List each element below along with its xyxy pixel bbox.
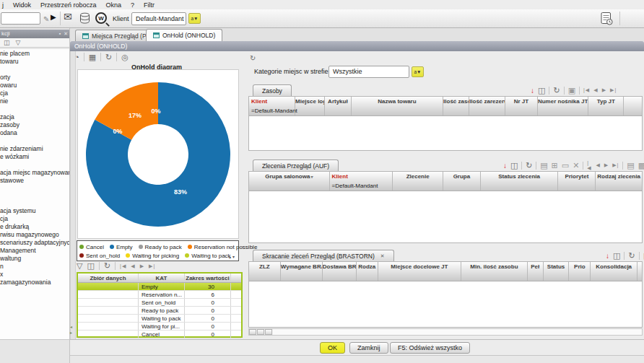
menu-item-okna[interactable]: Okna bbox=[106, 1, 122, 9]
column-header[interactable]: KAT bbox=[139, 274, 185, 282]
storno-list-icon[interactable]: ▤ bbox=[627, 162, 634, 170]
sidebar-item[interactable]: nie placem bbox=[0, 50, 69, 58]
database-icon[interactable] bbox=[79, 12, 90, 27]
nav-next-icon[interactable]: ▶ bbox=[602, 87, 606, 93]
column-header[interactable]: Status bbox=[544, 262, 569, 271]
column-header[interactable]: ZLZ bbox=[249, 262, 280, 271]
refresh-icon[interactable]: ↻ bbox=[104, 262, 110, 270]
sidebar-item[interactable]: zacja bbox=[0, 113, 69, 121]
table-row[interactable]: Ready to pack0 bbox=[78, 307, 241, 315]
table-view-icon[interactable]: ▦ bbox=[89, 53, 96, 61]
ok-button[interactable]: OK bbox=[320, 342, 345, 354]
menu-item-filtr[interactable]: Filtr bbox=[144, 1, 155, 9]
column-header[interactable]: Priorytet bbox=[558, 172, 595, 181]
scroll-button[interactable] bbox=[249, 329, 256, 335]
sidebar-item[interactable]: acja miejsc magazynowania bbox=[0, 169, 69, 177]
stop-icon[interactable]: ▣ bbox=[568, 87, 575, 95]
nav-last-icon[interactable]: ▶| bbox=[610, 87, 617, 93]
run-icon[interactable]: ▶ bbox=[51, 13, 56, 21]
table-row[interactable]: Reservation n...6 bbox=[78, 291, 241, 299]
sidebar-item[interactable]: e wózkami bbox=[0, 153, 69, 161]
sidebar-item[interactable]: scenariuszy adaptacyjnych bbox=[0, 239, 69, 247]
sidebar-item[interactable]: owaru bbox=[0, 82, 69, 89]
nav-next-icon[interactable]: ▶ bbox=[140, 263, 144, 269]
binoculars-icon[interactable]: ◫ bbox=[613, 252, 620, 260]
sidebar-item[interactable]: acja systemu bbox=[0, 207, 69, 215]
tab-onhold[interactable]: OnHold (ONHOLD) bbox=[146, 29, 222, 41]
scroll-button[interactable] bbox=[265, 329, 272, 335]
pin-icon[interactable]: ▪ bbox=[59, 30, 61, 38]
column-filter[interactable]: =Default-Mandant bbox=[249, 106, 295, 115]
report-clock-icon[interactable] bbox=[599, 12, 614, 29]
doc-list-icon[interactable]: ▤ bbox=[540, 162, 547, 170]
table-row[interactable]: Waiting to pack0 bbox=[78, 315, 241, 323]
klient-sort-button[interactable]: a▼ bbox=[188, 13, 201, 24]
sidebar-item[interactable]: cja bbox=[0, 215, 69, 223]
column-header[interactable]: Grupa salonowa▿ bbox=[249, 172, 329, 181]
nav-first-icon[interactable]: |◀ bbox=[587, 160, 592, 171]
scroll-button[interactable] bbox=[257, 329, 264, 335]
sidebar-item[interactable]: zamagazynowania bbox=[0, 279, 69, 287]
sidebar-item[interactable]: n bbox=[0, 263, 69, 271]
refresh-icon[interactable]: ↻ bbox=[250, 54, 256, 62]
doc-new-icon[interactable]: ⊞ bbox=[552, 162, 558, 170]
sidebar-item[interactable]: stawowe bbox=[0, 177, 69, 185]
brastorn-table-body[interactable] bbox=[249, 281, 642, 327]
column-header[interactable]: Grupa bbox=[443, 172, 480, 181]
column-header[interactable]: Zbiór danych bbox=[78, 274, 139, 282]
doc-flat-icon[interactable]: ▭ bbox=[562, 162, 569, 170]
column-header[interactable]: Ilość zasobu bbox=[443, 97, 469, 106]
column-header[interactable]: Nazwa towaru bbox=[352, 97, 443, 106]
column-header[interactable]: Nr JT bbox=[505, 97, 537, 106]
w-search-icon[interactable]: W bbox=[95, 12, 107, 24]
column-header[interactable]: Klient bbox=[330, 172, 393, 181]
onhold-filter-sort-button[interactable]: a▼ bbox=[412, 66, 424, 77]
lightbulb-icon[interactable]: ◎ bbox=[121, 53, 129, 61]
zasoby-table-body[interactable] bbox=[249, 116, 642, 150]
sidebar-item[interactable]: nie zdarzeniami bbox=[0, 145, 69, 153]
tab-brastorn[interactable]: Skracanie zleceń Przegląd (BRASTORN) ✕ bbox=[253, 250, 394, 261]
column-header[interactable]: Rodzaj zlecenia bbox=[596, 172, 642, 181]
binoculars-icon[interactable]: ◫ bbox=[538, 87, 545, 95]
column-header[interactable]: Klient bbox=[249, 97, 295, 106]
menu-item-przestrzen[interactable]: Przestrzeń robocza bbox=[40, 1, 97, 9]
mail-icon[interactable]: ✉ bbox=[64, 13, 72, 21]
column-header[interactable]: Ilość zarezerwc bbox=[469, 97, 505, 106]
sidebar-item[interactable]: orty bbox=[0, 74, 69, 82]
sidebar-item[interactable]: Management bbox=[0, 247, 69, 255]
column-header[interactable]: Zakres wartości bbox=[185, 274, 231, 282]
column-header[interactable]: Typ JT bbox=[588, 97, 623, 106]
zamknij-button[interactable]: Zamknij bbox=[349, 342, 388, 354]
menu-item-widok[interactable]: Widok bbox=[13, 1, 31, 9]
filter-pin-icon[interactable]: ↓ bbox=[503, 162, 507, 170]
nav-prev-icon[interactable]: ◀ bbox=[131, 263, 135, 269]
menu-item-help[interactable]: ? bbox=[131, 1, 134, 9]
nav-first-icon[interactable]: |◀ bbox=[120, 263, 126, 269]
vertical-splitter[interactable]: ◂ ▸ bbox=[70, 51, 76, 339]
table-row[interactable]: Waiting for pi...0 bbox=[78, 323, 241, 331]
table-row[interactable]: Cancel0 bbox=[78, 331, 241, 338]
sidebar-item[interactable]: waltung bbox=[0, 255, 69, 263]
quick-search-input[interactable] bbox=[1, 12, 40, 25]
tab-zlecenia-auf[interactable]: Zlecenia Przegląd (AUF) bbox=[253, 159, 339, 171]
column-header[interactable]: Konsolidacja bbox=[591, 262, 637, 271]
binoculars-icon[interactable]: ◫ bbox=[510, 162, 518, 170]
delete-icon[interactable]: ✕ bbox=[573, 162, 579, 170]
close-icon[interactable]: ✕ bbox=[64, 30, 68, 38]
nav-last-icon[interactable]: ▶| bbox=[612, 162, 619, 168]
refresh-icon[interactable]: ↻ bbox=[553, 87, 560, 95]
column-header[interactable]: Peł bbox=[528, 262, 543, 271]
pencil-icon[interactable]: ✎ bbox=[43, 15, 49, 23]
nav-next-icon[interactable]: ▶ bbox=[604, 162, 609, 168]
tab-zasoby[interactable]: Zasoby bbox=[253, 84, 292, 96]
refresh-icon[interactable]: ↻ bbox=[105, 53, 112, 61]
column-header[interactable]: Miejsce docelowe JT bbox=[378, 262, 461, 271]
column-header[interactable]: Zlecenie bbox=[393, 172, 443, 181]
column-header[interactable]: Dostawa BRA bbox=[323, 262, 356, 271]
table-row[interactable]: Empty30 bbox=[78, 283, 241, 291]
sidebar-item[interactable]: e drukarką bbox=[0, 223, 69, 231]
refresh-icon[interactable]: ↻ bbox=[628, 252, 635, 260]
column-header[interactable]: Wymagane BRA bbox=[281, 262, 322, 271]
klient-combobox[interactable]: Default-Mandant bbox=[131, 12, 186, 25]
refresh-icon[interactable]: ↻ bbox=[526, 162, 532, 170]
